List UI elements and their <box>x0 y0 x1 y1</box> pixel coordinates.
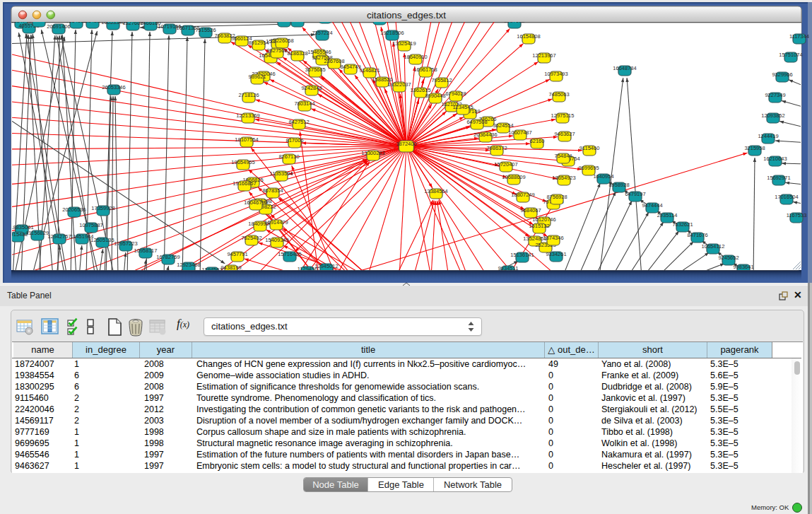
svg-text:citations_edges.txt: citations_edges.txt <box>367 10 446 21</box>
svg-text:15692971: 15692971 <box>767 175 790 181</box>
svg-text:8756928: 8756928 <box>546 194 567 200</box>
svg-text:3675685: 3675685 <box>305 66 325 73</box>
svg-text:10975887: 10975887 <box>79 222 102 228</box>
svg-text:20206536: 20206536 <box>62 206 86 213</box>
svg-text:18322037: 18322037 <box>387 81 411 88</box>
svg-text:10958117: 10958117 <box>134 247 158 254</box>
svg-text:3215958: 3215958 <box>744 145 765 151</box>
svg-text:8454749: 8454749 <box>340 64 360 70</box>
svg-text:8471676: 8471676 <box>687 232 707 238</box>
svg-text:1234545: 1234545 <box>452 104 473 110</box>
svg-text:9334261: 9334261 <box>546 251 566 257</box>
svg-text:15751074: 15751074 <box>779 52 802 58</box>
svg-text:7803144: 7803144 <box>294 100 314 107</box>
svg-text:8186328: 8186328 <box>287 50 307 57</box>
svg-text:19654955: 19654955 <box>231 159 254 165</box>
svg-text:817006: 817006 <box>286 137 303 144</box>
svg-text:6497508: 6497508 <box>466 119 487 125</box>
svg-text:8958928: 8958928 <box>608 182 629 188</box>
svg-text:6479197: 6479197 <box>625 191 645 197</box>
svg-text:1167533: 1167533 <box>787 212 807 218</box>
svg-text:12213369: 12213369 <box>236 112 259 119</box>
svg-text:13226058: 13226058 <box>270 37 293 44</box>
svg-text:1615132: 1615132 <box>529 223 549 229</box>
svg-text:9983641: 9983641 <box>733 264 753 270</box>
svg-text:16648784: 16648784 <box>613 65 636 71</box>
svg-text:26053346: 26053346 <box>102 84 125 90</box>
svg-text:16961758: 16961758 <box>413 66 437 73</box>
svg-text:16782759: 16782759 <box>156 254 180 260</box>
svg-text:12923468: 12923468 <box>177 262 200 268</box>
svg-text:17016504: 17016504 <box>775 194 798 200</box>
svg-text:9699695: 9699695 <box>578 165 599 171</box>
svg-text:12093852: 12093852 <box>761 112 784 119</box>
svg-text:19166857: 19166857 <box>233 180 256 187</box>
svg-text:11156829: 11156829 <box>26 230 49 236</box>
svg-text:9146821: 9146821 <box>359 67 379 74</box>
svg-text:9245652: 9245652 <box>718 255 739 261</box>
svg-text:62160: 62160 <box>530 138 545 144</box>
svg-text:18654923: 18654923 <box>552 175 575 181</box>
svg-text:7625402: 7625402 <box>241 235 261 241</box>
svg-text:1244419: 1244419 <box>758 133 778 139</box>
svg-text:9115460: 9115460 <box>579 145 600 151</box>
svg-text:17957223: 17957223 <box>114 240 137 247</box>
svg-text:9242848: 9242848 <box>301 85 322 91</box>
svg-text:11353594: 11353594 <box>270 170 293 177</box>
svg-text:9827508: 9827508 <box>266 47 287 54</box>
svg-text:17359928: 17359928 <box>91 205 114 211</box>
svg-text:9438199: 9438199 <box>220 264 241 271</box>
svg-text:12942757: 12942757 <box>47 233 71 240</box>
svg-text:8427512: 8427512 <box>288 119 309 125</box>
svg-text:10607487: 10607487 <box>508 129 531 136</box>
svg-text:9457791: 9457791 <box>227 251 247 257</box>
svg-text:10654112: 10654112 <box>702 243 725 250</box>
svg-text:8990448: 8990448 <box>425 93 445 99</box>
svg-text:12505135: 12505135 <box>90 237 114 243</box>
svg-text:12945012: 12945012 <box>314 263 338 269</box>
svg-text:16210643: 16210643 <box>763 156 787 162</box>
svg-text:13325419: 13325419 <box>392 40 416 47</box>
svg-text:9684067: 9684067 <box>520 207 541 214</box>
svg-text:16914479: 16914479 <box>264 219 288 226</box>
svg-text:16120746: 16120746 <box>532 216 555 223</box>
svg-text:7632621: 7632621 <box>672 221 693 228</box>
svg-text:16154808: 16154808 <box>517 33 540 40</box>
svg-text:18107554: 18107554 <box>235 136 258 143</box>
svg-text:12975115: 12975115 <box>551 112 575 119</box>
svg-text:7357224: 7357224 <box>312 30 332 36</box>
svg-text:7485063: 7485063 <box>548 91 569 98</box>
svg-text:3624554: 3624554 <box>493 122 513 129</box>
svg-text:7986372: 7986372 <box>486 145 507 151</box>
svg-text:10973493: 10973493 <box>544 71 567 77</box>
svg-text:2718126: 2718126 <box>238 92 259 98</box>
svg-text:18807249: 18807249 <box>511 192 534 198</box>
svg-text:16046798: 16046798 <box>244 199 267 206</box>
svg-text:9474444: 9474444 <box>642 202 662 209</box>
svg-text:1872400: 1872400 <box>396 141 416 147</box>
svg-text:15409349: 15409349 <box>265 237 288 243</box>
svg-text:15136141: 15136141 <box>510 252 534 258</box>
svg-text:8267130: 8267130 <box>278 153 299 160</box>
svg-text:9463627: 9463627 <box>554 131 575 137</box>
svg-text:12213967: 12213967 <box>532 52 555 59</box>
svg-text:7955812: 7955812 <box>431 77 452 83</box>
svg-text:13384564: 13384564 <box>424 188 447 194</box>
svg-text:13300283: 13300283 <box>361 150 384 156</box>
svg-text:20364436: 20364436 <box>473 132 497 138</box>
svg-text:6794028: 6794028 <box>445 90 466 97</box>
svg-text:15720407: 15720407 <box>494 161 517 168</box>
svg-text:15716485: 15716485 <box>278 251 301 257</box>
svg-text:10688609: 10688609 <box>502 174 525 180</box>
svg-text:19218506: 19218506 <box>380 30 404 36</box>
svg-text:989621: 989621 <box>248 74 266 80</box>
svg-text:7515526: 7515526 <box>195 27 216 33</box>
svg-text:9227349: 9227349 <box>765 92 785 98</box>
svg-text:20691406: 20691406 <box>47 23 70 30</box>
svg-text:8678354: 8678354 <box>262 187 283 194</box>
svg-text:754844: 754844 <box>554 153 572 159</box>
svg-text:1117344: 1117344 <box>789 33 809 40</box>
svg-text:1640954: 1640954 <box>593 173 613 180</box>
svg-text:18640910: 18640910 <box>404 54 427 60</box>
svg-text:1874346: 1874346 <box>543 235 563 241</box>
